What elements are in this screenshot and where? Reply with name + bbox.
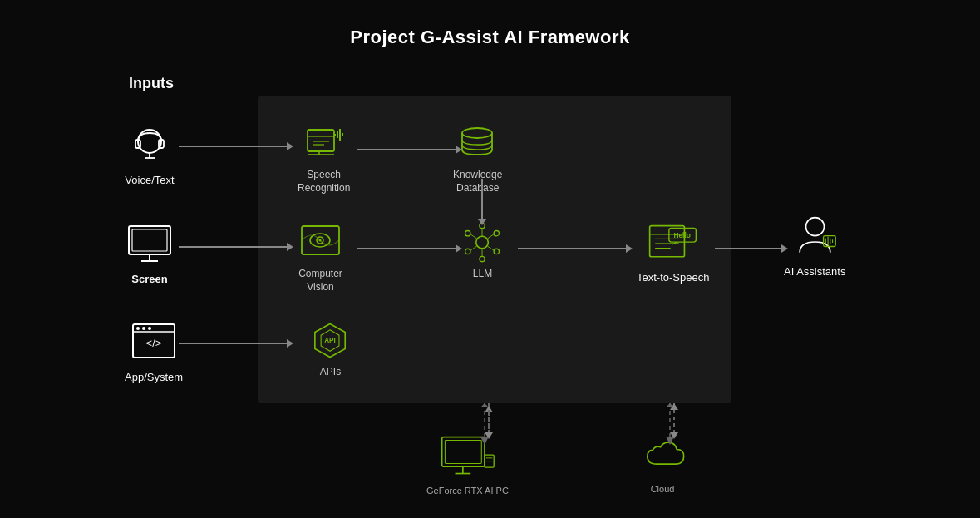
node-speech-recognition: SpeechRecognition xyxy=(298,123,350,195)
screen-label: Screen xyxy=(131,273,167,285)
monitor-icon xyxy=(125,222,175,268)
cloud-label: Cloud xyxy=(651,484,675,494)
code-icon: </> xyxy=(129,320,179,366)
input-screen: Screen xyxy=(125,222,175,285)
arrow-voice-speech xyxy=(179,142,293,150)
voice-text-label: Voice/Text xyxy=(125,174,174,186)
arrow-cv-llm xyxy=(357,244,462,253)
svg-point-11 xyxy=(136,327,140,330)
svg-point-12 xyxy=(142,327,145,330)
output-ai-assistants: AI Assistants xyxy=(784,215,845,278)
speech-recognition-label: SpeechRecognition xyxy=(298,169,350,195)
svg-point-34 xyxy=(465,230,470,235)
inputs-label: Inputs xyxy=(129,75,174,92)
speech-recognition-icon xyxy=(301,123,347,165)
node-apis: API APIs xyxy=(308,320,353,379)
bottom-cloud: Cloud xyxy=(633,431,692,494)
svg-point-37 xyxy=(494,249,499,254)
svg-text:</>: </> xyxy=(146,337,162,349)
input-app-system: </> App/System xyxy=(125,320,183,383)
svg-line-43 xyxy=(487,246,494,250)
svg-rect-5 xyxy=(129,226,170,254)
svg-rect-61 xyxy=(446,440,482,463)
svg-point-32 xyxy=(462,128,492,138)
svg-point-36 xyxy=(494,230,499,235)
output-text-to-speech: Hello Text-to-Speech xyxy=(637,220,709,284)
svg-rect-60 xyxy=(442,437,485,466)
svg-point-13 xyxy=(148,327,151,330)
arrow-speech-llm xyxy=(357,146,462,154)
computer-vision-label: ComputerVision xyxy=(298,268,342,294)
computer-vision-icon xyxy=(298,222,343,264)
svg-rect-55 xyxy=(823,236,835,247)
svg-rect-46 xyxy=(650,226,685,257)
cloud-icon xyxy=(633,431,692,479)
text-to-speech-icon: Hello xyxy=(646,220,700,266)
bottom-geforce-rtx: GeForce RTX AI PC xyxy=(426,432,509,496)
page-title: Project G-Assist AI Framework xyxy=(350,27,629,48)
geforce-rtx-icon xyxy=(438,432,496,481)
main-container: Project G-Assist AI Framework Inputs Voi… xyxy=(0,0,980,518)
svg-text:Hello: Hello xyxy=(674,231,691,239)
dashed-arrow-tts-cloud-up xyxy=(670,403,678,410)
svg-point-39 xyxy=(480,256,485,261)
svg-rect-8 xyxy=(132,229,167,251)
svg-point-33 xyxy=(476,236,489,249)
arrow-screen-cv xyxy=(179,243,293,251)
svg-line-40 xyxy=(470,234,477,239)
arrow-llm-tts xyxy=(518,244,633,253)
svg-rect-15 xyxy=(308,130,334,151)
arrow-app-apis xyxy=(179,339,293,348)
node-computer-vision: ComputerVision xyxy=(298,222,343,294)
svg-point-54 xyxy=(805,218,824,236)
arrow-kb-llm xyxy=(478,179,486,225)
llm-icon xyxy=(460,222,505,264)
svg-text:API: API xyxy=(324,337,336,344)
ai-assistants-label: AI Assistants xyxy=(784,265,845,278)
svg-line-41 xyxy=(470,246,477,250)
svg-point-35 xyxy=(465,249,470,254)
svg-line-42 xyxy=(487,234,494,239)
input-voice-text: Voice/Text xyxy=(125,123,175,186)
ai-assistants-icon xyxy=(788,215,842,260)
headset-icon xyxy=(125,123,175,169)
apis-icon: API xyxy=(308,320,353,362)
tts-label: Text-to-Speech xyxy=(637,271,709,284)
app-system-label: App/System xyxy=(125,371,183,383)
node-llm: LLM xyxy=(460,222,505,281)
geforce-label: GeForce RTX AI PC xyxy=(426,486,509,496)
apis-label: APIs xyxy=(320,366,341,379)
arrow-tts-ai xyxy=(715,244,788,253)
llm-label: LLM xyxy=(473,268,492,281)
knowledge-database-icon xyxy=(455,123,500,165)
